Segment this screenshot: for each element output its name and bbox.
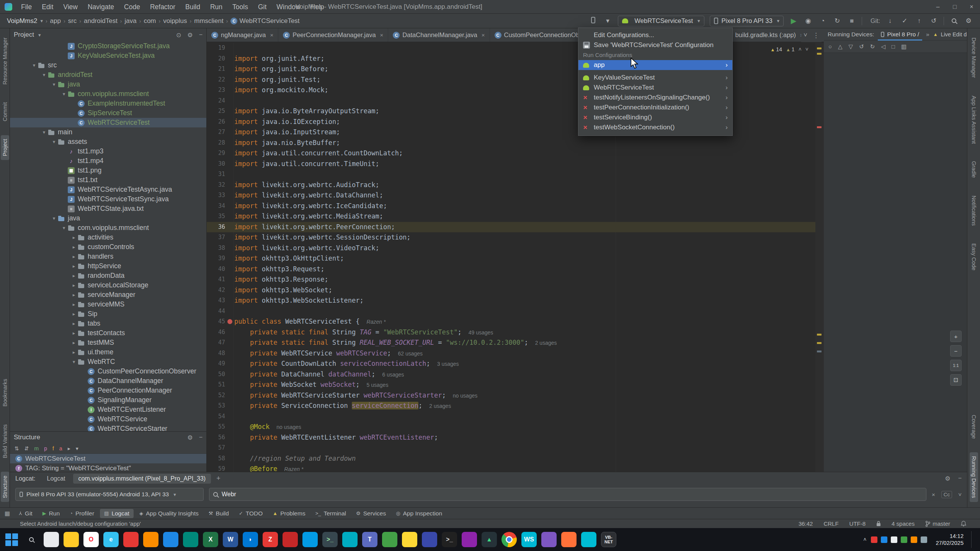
tree-item-webrtcservicetestsync-java[interactable]: JWebRTCServiceTestSync.java <box>10 194 206 204</box>
tree-item-com-voipplus-mmsclient[interactable]: ▾com.voipplus.mmsclient <box>10 89 206 99</box>
tree-item-src[interactable]: ▾src <box>10 60 206 70</box>
indent-setting[interactable]: 4 spaces <box>892 520 915 527</box>
close-tab-icon[interactable]: × <box>380 32 384 38</box>
usage-hint[interactable]: 3 usages <box>437 361 459 367</box>
taskbar-file-explorer-icon[interactable] <box>64 532 79 547</box>
usage-hint[interactable]: no usages <box>276 424 301 430</box>
file-encoding[interactable]: UTF-8 <box>849 520 866 527</box>
chevron-open-icon[interactable]: ▾ <box>60 91 68 97</box>
taskbar-app-orange-icon[interactable] <box>143 532 158 547</box>
collapse-all-icon[interactable]: ▾ <box>76 445 78 452</box>
overview-icon[interactable]: ▥ <box>901 43 906 50</box>
git-update-icon[interactable]: ↓ <box>885 17 895 25</box>
code-line-43[interactable]: 43import okhttp3.WebSocketListener; <box>207 295 815 306</box>
usage-hint[interactable]: 5 usages <box>367 382 389 388</box>
project-panel-title[interactable]: Project <box>14 31 34 39</box>
tool-stripe-project[interactable]: Project <box>1 135 9 160</box>
tree-item-sip[interactable]: ▸Sip <box>10 309 206 319</box>
tray-orange-icon[interactable] <box>911 536 917 543</box>
breadcrumb-src[interactable]: src <box>68 17 77 25</box>
tree-item-customcontrols[interactable]: ▸customControls <box>10 242 206 252</box>
error-mark[interactable] <box>817 126 822 128</box>
menu-git[interactable]: Git <box>253 3 271 11</box>
tool-stripe-easy-code[interactable]: Easy Code <box>970 240 978 274</box>
tree-item-ui-theme[interactable]: ▸ui.theme <box>10 347 206 357</box>
code-line-39[interactable]: 39import okhttp3.OkHttpClient; <box>207 253 815 264</box>
run-config-item-app[interactable]: app› <box>578 60 732 70</box>
warning-mark[interactable] <box>817 342 822 344</box>
tray-white-icon[interactable] <box>891 536 897 543</box>
inspections-widget[interactable]: ▲14 ▲1 ˄ ˅ <box>766 44 812 54</box>
tool-button-logcat[interactable]: ▤Logcat <box>100 509 134 518</box>
menu-code[interactable]: Code <box>119 3 145 11</box>
code-line-40[interactable]: 40import okhttp3.Request; <box>207 264 815 275</box>
breadcrumb-androidtest[interactable]: androidTest <box>84 17 118 25</box>
device-mirroring-icon[interactable] <box>589 17 598 25</box>
tool-stripe-device-manager[interactable]: Device Manager <box>970 34 978 82</box>
run-config-item-testpeerconnectioninitialization[interactable]: ✕testPeerConnectionInitialization()› <box>578 103 732 112</box>
tree-item-handlers[interactable]: ▸handlers <box>10 252 206 261</box>
run-config-item-webrtcservicetest[interactable]: WebRTCServiceTest› <box>578 83 732 93</box>
home-icon[interactable]: □ <box>892 43 895 50</box>
taskbar-app-teal-icon[interactable] <box>183 532 198 547</box>
lock-icon[interactable] <box>876 521 881 527</box>
tree-item-servicemms[interactable]: ▸serviceMMS <box>10 300 206 309</box>
git-rollback-icon[interactable]: ↺ <box>929 17 938 25</box>
tool-button-terminal[interactable]: >_Terminal <box>311 509 350 518</box>
taskbar-clock[interactable]: 14:12 27/02/2025 <box>936 533 964 546</box>
close-icon[interactable]: × <box>963 0 980 14</box>
rotate-right-icon[interactable]: ↻ <box>870 43 875 50</box>
tool-button-app-quality-insights[interactable]: ◈App Quality Insights <box>135 509 203 518</box>
device-mirroring-caret-icon[interactable]: ▾ <box>603 17 612 25</box>
tree-item-datachannelmanager[interactable]: CDataChannelManager <box>10 376 206 386</box>
logcat-search-input[interactable] <box>222 491 922 498</box>
tool-stripe-coverage[interactable]: Coverage <box>970 411 978 443</box>
taskbar-browser-edge-icon[interactable]: e <box>103 532 119 547</box>
apply-changes-button[interactable]: ↻ <box>833 17 842 25</box>
taskbar-app-cyan2-icon[interactable] <box>581 532 596 547</box>
code-line-31[interactable]: 31 <box>207 169 815 180</box>
debug-button[interactable]: ◉ <box>804 17 813 25</box>
taskbar-vscode-icon[interactable]: ◗ <box>243 532 258 547</box>
tool-window-switcher-icon[interactable]: ▦ <box>5 510 10 517</box>
tray-red-icon[interactable] <box>871 536 877 543</box>
code-line-33[interactable]: 33import livekit.org.webrtc.DataChannel; <box>207 190 815 201</box>
code-line-50[interactable]: 50 private DataChannel dataChannel;6 usa… <box>207 369 815 380</box>
next-issue-icon[interactable]: ˅ <box>805 46 808 52</box>
menu-tools[interactable]: Tools <box>227 3 253 11</box>
tool-stripe-gradle[interactable]: Gradle <box>970 157 978 182</box>
chevron-closed-icon[interactable]: ▸ <box>70 340 78 346</box>
tree-item-com-voipplus-mmsclient[interactable]: ▾com.voipplus.mmsclient <box>10 223 206 233</box>
code-line-38[interactable]: 38import livekit.org.webrtc.VideoTrack; <box>207 243 815 254</box>
chevron-closed-icon[interactable]: ▸ <box>70 349 78 355</box>
logcat-settings-icon[interactable]: ⚙ <box>945 475 950 482</box>
chevron-closed-icon[interactable]: ▸ <box>70 273 78 279</box>
chevron-closed-icon[interactable]: ▸ <box>70 311 78 317</box>
taskbar-app-cyan-icon[interactable] <box>342 532 358 547</box>
caret-position[interactable]: 36:42 <box>799 520 813 527</box>
chevron-closed-icon[interactable]: ▸ <box>70 282 78 288</box>
profile-button[interactable]: ◔ <box>818 17 827 25</box>
run-config-item-edit-configurations[interactable]: Edit Configurations... <box>578 30 732 40</box>
breadcrumb-mmsclient[interactable]: mmsclient <box>194 17 224 25</box>
structure-item-webrtcservicetest[interactable]: CWebRTCServiceTest <box>10 454 206 463</box>
taskbar-vbnet-icon[interactable]: VB-NET <box>601 532 616 547</box>
zoom--button[interactable]: + <box>950 331 962 342</box>
target-device-select[interactable]: Pixel 8 Pro API 33 ▾ <box>710 16 784 26</box>
breadcrumb-webrtcservicetest[interactable]: CWebRTCServiceTest <box>230 17 299 25</box>
code-line-35[interactable]: 35import livekit.org.webrtc.MediaStream; <box>207 211 815 222</box>
taskbar-excel-icon[interactable]: X <box>203 532 218 547</box>
run-config-item-keyvalueservicetest[interactable]: KeyValueServiceTest› <box>578 73 732 83</box>
editor-scrollbar[interactable] <box>815 43 824 472</box>
logcat-tab-logcat[interactable]: Logcat <box>41 474 70 484</box>
tray-overflow-icon[interactable]: ˄ <box>863 536 866 543</box>
run-config-item-testwebsocketconnection[interactable]: ✕testWebSocketConnection()› <box>578 122 732 132</box>
breadcrumb-app[interactable]: app <box>50 17 61 25</box>
tool-stripe-running-devices[interactable]: Running Devices <box>970 452 978 502</box>
hide-logcat-icon[interactable]: − <box>958 475 962 482</box>
structure-panel-title[interactable]: Structure <box>14 434 40 441</box>
chevron-open-icon[interactable]: ▾ <box>60 225 68 231</box>
code-line-49[interactable]: 49 private CountDownLatch serviceConnect… <box>207 359 815 369</box>
chevron-closed-icon[interactable]: ▸ <box>70 235 78 240</box>
tool-button-problems[interactable]: ▲Problems <box>268 509 309 518</box>
